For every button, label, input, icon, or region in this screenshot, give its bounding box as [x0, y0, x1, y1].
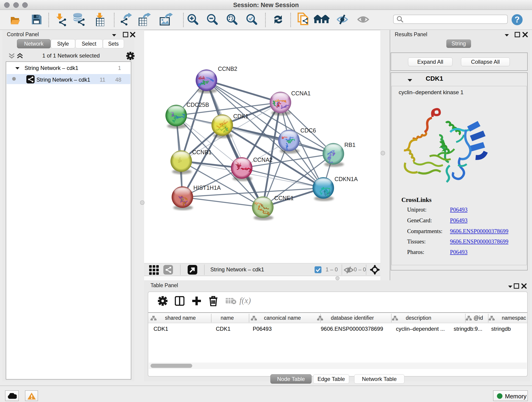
svg-text:CDC6: CDC6 [300, 127, 316, 134]
svg-text:CDC25B: CDC25B [186, 102, 209, 108]
svg-text:CDK1: CDK1 [233, 113, 249, 119]
svg-text:?: ? [515, 15, 520, 24]
svg-text:CDKN1A: CDKN1A [335, 176, 358, 182]
svg-text:HIST1H1A: HIST1H1A [193, 185, 221, 191]
svg-text:CCNA2: CCNA2 [253, 157, 273, 163]
svg-text:RB1: RB1 [344, 142, 355, 148]
svg-text:CCNA1: CCNA1 [291, 90, 311, 96]
svg-text:CCNB2: CCNB2 [218, 65, 237, 72]
svg-text:CCNB1: CCNB1 [192, 149, 212, 155]
svg-text:CCNE1: CCNE1 [274, 195, 294, 201]
